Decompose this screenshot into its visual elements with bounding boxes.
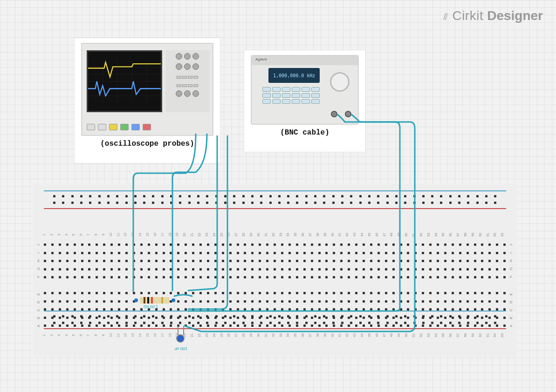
row-labels-right-upper: JIHGF — [508, 241, 515, 281]
resistor-label: 1.00 kΩ — [144, 304, 158, 309]
oscilloscope-image — [81, 43, 213, 136]
app-logo: // Cirkit Designer — [443, 8, 543, 23]
column-labels-bottom: 1234567891011121314151617181920212223242… — [44, 332, 506, 338]
top-power-rail-1 — [42, 189, 508, 210]
oscilloscope-traces — [88, 52, 161, 111]
fg-dial — [330, 72, 350, 92]
fg-display: 1,000,000.0 kHz — [268, 68, 319, 83]
logo-brand: Cirkit — [452, 8, 483, 23]
bottom-power-rail-1 — [42, 310, 508, 330]
column-labels-top: 1234567891011121314151617181920212223242… — [44, 231, 506, 238]
function-generator-image: Agilent 1,000,000.0 kHz — [251, 55, 359, 125]
fg-output-port — [345, 111, 351, 117]
rail-row — [53, 195, 497, 200]
resistor[interactable] — [140, 297, 170, 304]
logo-product: Designer — [487, 8, 543, 23]
capacitor-label: 100 nF — [174, 346, 187, 351]
oscilloscope-block[interactable]: (oscilloscope probes) — [75, 38, 220, 163]
fg-sync-port — [331, 111, 337, 117]
breadboard-upper-field — [44, 243, 506, 281]
function-generator-block[interactable]: Agilent 1,000,000.0 kHz (BNC cable) — [244, 50, 365, 152]
row-labels-left-lower: EDCBA — [35, 290, 42, 330]
capacitor[interactable] — [176, 334, 185, 343]
oscilloscope-caption: (oscilloscope probes) — [81, 140, 213, 148]
breadboard[interactable]: 1234567891011121314151617181920212223242… — [33, 184, 517, 356]
function-generator-caption: (BNC cable) — [251, 128, 359, 137]
row-labels-right-lower: EDCBA — [508, 290, 515, 330]
row-labels-left-upper: JIHGF — [35, 241, 42, 281]
wires-icon: // — [443, 12, 446, 22]
rail-row — [53, 202, 497, 206]
fg-vendor-label: Agilent — [255, 57, 267, 61]
